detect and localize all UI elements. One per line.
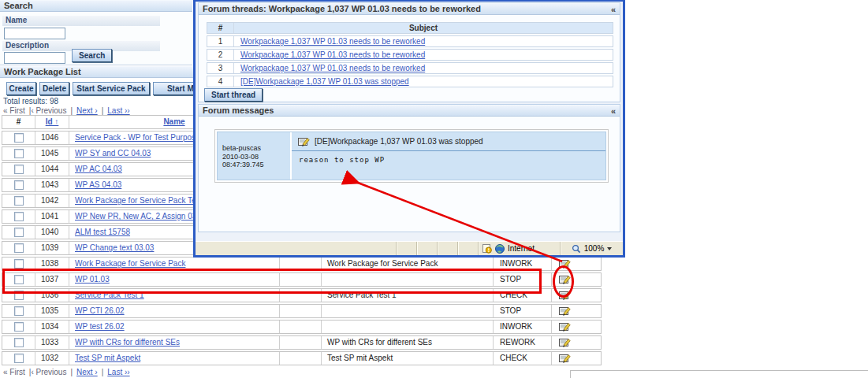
- row-checkbox[interactable]: [14, 275, 24, 284]
- thread-row: 4 [DE]Workpackage 1,037 WP 01.03 was sto…: [207, 76, 613, 87]
- collapse-icon[interactable]: «: [611, 6, 616, 13]
- edit-forum-icon[interactable]: [559, 354, 571, 363]
- edit-forum-icon[interactable]: [298, 137, 310, 146]
- row-checkbox[interactable]: [14, 243, 24, 253]
- forum-threads-table: # Subject 1 Workpackage 1,037 WP 01.03 n…: [207, 22, 613, 89]
- wp-name-link[interactable]: Service Pack Test 1: [75, 291, 144, 299]
- search-button[interactable]: Search: [72, 49, 112, 62]
- forum-threads-header: Forum threads: Workpackage 1,037 WP 01.0…: [199, 3, 620, 15]
- wp-status: CHECK: [494, 352, 552, 365]
- table-row: 1034 WP test 26.02 INWORK: [2, 320, 602, 334]
- internet-globe-icon: [495, 244, 505, 254]
- pagination-separator: |: [102, 106, 104, 115]
- edit-forum-icon[interactable]: [559, 275, 571, 284]
- forum-popup-window: Forum threads: Workpackage 1,037 WP 01.0…: [193, 0, 625, 258]
- table-row: 1035 WP CTI 26.02 STOP: [2, 304, 602, 318]
- edit-forum-icon[interactable]: [559, 291, 571, 300]
- wp-name-link[interactable]: WP with CRs for different SEs: [75, 338, 180, 346]
- row-checkbox[interactable]: [14, 306, 24, 316]
- zoom-control[interactable]: 100%: [560, 242, 623, 255]
- wp-name-link[interactable]: Service Pack - WP for Test Purposes: [75, 133, 204, 142]
- row-checkbox[interactable]: [14, 133, 24, 143]
- start-service-pack-button[interactable]: Start Service Pack: [73, 82, 150, 95]
- description-input[interactable]: [4, 52, 65, 64]
- message-subject: [DE]Workpackage 1,037 WP 01.03 was stopp…: [315, 137, 483, 146]
- pagination-previous: |‹ Previous: [29, 106, 67, 115]
- table-row: 1032 Test SP mit Aspekt Test SP mit Aspe…: [2, 351, 602, 365]
- zoom-level: 100%: [584, 244, 605, 253]
- pagination-last[interactable]: Last ››: [107, 106, 129, 115]
- row-checkbox[interactable]: [14, 259, 24, 269]
- pagination-separator: |: [102, 368, 104, 376]
- edit-forum-icon[interactable]: [559, 306, 571, 316]
- row-checkbox[interactable]: [14, 354, 24, 363]
- wp-description: [322, 305, 494, 317]
- create-button[interactable]: Create: [6, 82, 36, 95]
- wp-name-link[interactable]: WP AS 04.03: [75, 180, 121, 189]
- wp-status: INWORK: [494, 258, 552, 270]
- edit-forum-icon[interactable]: [559, 338, 571, 347]
- wp-name-link[interactable]: WP AC 04.03: [75, 165, 122, 173]
- message-timestamp: 2010-03-08 08:47:39.745: [222, 153, 285, 169]
- wp-id: 1033: [35, 336, 69, 349]
- collapse-icon[interactable]: «: [611, 107, 616, 115]
- delete-button[interactable]: Delete: [39, 82, 69, 95]
- pagination-separator: |: [70, 368, 73, 376]
- wp-status: STOP: [494, 305, 552, 317]
- search-panel-title: Search: [4, 1, 33, 11]
- wp-name-link[interactable]: WP New PR, New AC, 2 Assign 03.03: [75, 212, 207, 220]
- wp-id: 1043: [35, 179, 69, 191]
- search-panel-header: Search: [0, 0, 192, 12]
- thread-subject-link[interactable]: Workpackage 1,037 WP 01.03 needs to be r…: [240, 64, 425, 72]
- edit-forum-icon[interactable]: [559, 259, 571, 269]
- row-checkbox[interactable]: [14, 212, 24, 221]
- row-checkbox[interactable]: [14, 228, 24, 237]
- pagination-last[interactable]: Last ››: [107, 368, 129, 376]
- threads-col-subject: Subject: [234, 23, 613, 33]
- message-body: reason to stop WP: [292, 151, 605, 169]
- thread-subject-link[interactable]: Workpackage 1,037 WP 01.03 needs to be r…: [240, 37, 425, 46]
- wp-description: WP with CRs for different SEs: [322, 336, 494, 349]
- pagination-separator: |: [70, 106, 73, 115]
- wp-name-link[interactable]: Work Package for Service Pack: [75, 259, 185, 268]
- wp-name-link[interactable]: WP SY and CC 04.03: [75, 149, 151, 158]
- page-corner-border: [570, 370, 868, 378]
- row-checkbox[interactable]: [14, 180, 24, 190]
- col-header-id[interactable]: Id ↑: [35, 116, 69, 128]
- wp-description: [322, 273, 494, 286]
- start-thread-button[interactable]: Start thread: [204, 88, 263, 102]
- row-checkbox[interactable]: [14, 165, 24, 174]
- table-row: 1033 WP with CRs for different SEs WP wi…: [2, 335, 602, 350]
- pagination-next[interactable]: Next ›: [76, 368, 98, 376]
- threads-header-row: # Subject: [207, 22, 613, 34]
- wp-name-link[interactable]: WP Change text 03.03: [75, 243, 154, 252]
- thread-subject-link[interactable]: Workpackage 1,037 WP 01.03 needs to be r…: [240, 50, 425, 59]
- row-checkbox[interactable]: [14, 291, 24, 300]
- name-input[interactable]: [4, 28, 65, 39]
- thread-subject-link[interactable]: [DE]Workpackage 1,037 WP 01.03 was stopp…: [240, 77, 409, 86]
- wp-name-link[interactable]: WP 01.03: [75, 275, 110, 284]
- zoom-dropdown-caret[interactable]: [607, 247, 612, 250]
- wp-name-link[interactable]: Test SP mit Aspekt: [75, 354, 140, 362]
- wp-status: REWORK: [494, 336, 552, 349]
- edit-forum-icon[interactable]: [559, 322, 571, 332]
- forum-threads-panel: Forum threads: Workpackage 1,037 WP 01.0…: [198, 2, 620, 102]
- pagination-next[interactable]: Next ›: [76, 106, 98, 115]
- wp-name-link[interactable]: Work Package for Service Pack Test: [75, 196, 202, 205]
- row-checkbox[interactable]: [14, 149, 24, 158]
- pagination-top: « First |‹ Previous | Next › | Last ››: [3, 106, 130, 115]
- forum-message: beta-puscas 2010-03-08 08:47:39.745 [DE]…: [214, 129, 609, 183]
- row-checkbox[interactable]: [14, 338, 24, 347]
- row-checkbox[interactable]: [14, 196, 24, 206]
- thread-number: 2: [207, 50, 234, 60]
- wp-description: Service Pack Test 1: [322, 289, 494, 302]
- wp-name-link[interactable]: WP test 26.02: [75, 322, 125, 331]
- row-checkbox[interactable]: [14, 322, 24, 332]
- wp-description: Test SP mit Aspekt: [322, 352, 494, 365]
- wp-id: 1034: [35, 321, 69, 333]
- wp-id: 1045: [35, 147, 69, 160]
- wp-name-link[interactable]: ALM test 15758: [75, 228, 130, 236]
- wp-name-link[interactable]: WP CTI 26.02: [75, 306, 125, 315]
- forum-messages-title: Forum messages: [203, 106, 274, 116]
- total-results: Total results: 98: [3, 97, 58, 106]
